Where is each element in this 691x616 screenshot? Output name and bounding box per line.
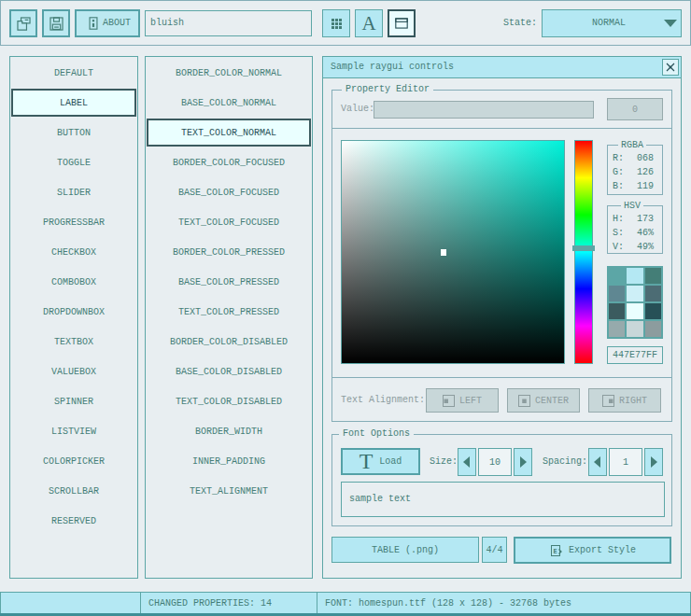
svg-text:E: E bbox=[553, 548, 557, 555]
